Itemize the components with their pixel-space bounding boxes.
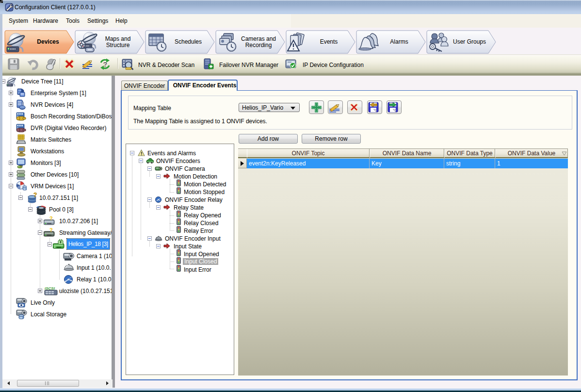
- svg-text:?: ?: [49, 228, 53, 233]
- svg-text:?: ?: [33, 193, 37, 198]
- svg-text:?: ?: [103, 61, 108, 68]
